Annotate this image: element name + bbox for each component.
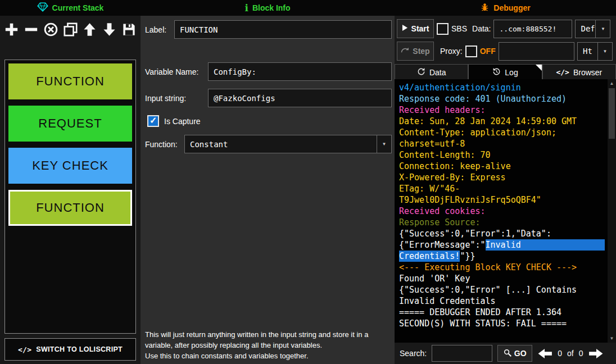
data-input[interactable] xyxy=(493,20,572,38)
tab-browser[interactable]: </> Browser xyxy=(542,64,616,80)
current-stack-header: Current Stack xyxy=(0,0,141,16)
switch-button-label: SWITCH TO LOLISCRIPT xyxy=(36,345,123,353)
save-config-button[interactable] xyxy=(119,17,138,41)
start-button-label: Start xyxy=(411,24,429,33)
next-result-button[interactable] xyxy=(588,348,604,360)
log-line: Credentials!"}} xyxy=(399,251,605,262)
tab-log[interactable]: Log xyxy=(468,64,542,80)
stack-block-function[interactable]: FUNCTION xyxy=(8,63,132,99)
previous-result-button[interactable] xyxy=(537,348,552,360)
tab-data[interactable]: Data xyxy=(395,64,468,80)
clone-block-button[interactable] xyxy=(61,17,80,41)
debugger-title: Debugger xyxy=(493,3,530,12)
tab-browser-label: Browser xyxy=(573,68,602,77)
remove-block-button[interactable] xyxy=(22,17,41,41)
variable-name-input[interactable] xyxy=(208,62,392,81)
log-line: T9Jwel0DjFLRvzniJsFrq5oQBF4" xyxy=(399,194,605,206)
arrow-up-icon xyxy=(82,22,97,37)
label-field-input[interactable] xyxy=(174,20,392,39)
stack-gem-icon xyxy=(37,2,48,13)
step-button[interactable]: Step xyxy=(397,42,434,61)
search-label: Search: xyxy=(400,349,427,358)
log-scrollbar[interactable]: ▲ ▼ xyxy=(608,79,616,343)
chevron-down-icon: ▼ xyxy=(595,20,610,38)
search-input[interactable] xyxy=(432,345,492,362)
log-line: Connection: keep-alive xyxy=(399,161,605,172)
minus-icon xyxy=(24,22,39,37)
log-line: Date: Sun, 28 Jan 2024 14:59:00 GMT xyxy=(399,116,605,127)
wordlist-type-value: Def xyxy=(576,20,595,38)
proxy-type-value: Ht xyxy=(578,43,597,60)
is-capture-label: Is Capture xyxy=(164,117,201,126)
arrow-down-icon xyxy=(102,22,117,37)
switch-to-loliscript-button[interactable]: </> SWITCH TO LOLISCRIPT xyxy=(4,338,136,361)
log-line: X-Powered-By: Express xyxy=(399,172,605,183)
log-line: v4/authentication/signin xyxy=(399,82,605,93)
debugger-tabs: Data Log </> Browser xyxy=(395,64,616,80)
tab-data-label: Data xyxy=(429,68,446,77)
scrollbar-thumb[interactable] xyxy=(609,88,615,139)
variable-name-label: Variable Name: xyxy=(145,67,208,76)
chevron-down-icon: ▼ xyxy=(597,43,612,60)
stack-block-function[interactable]: FUNCTION xyxy=(8,190,132,226)
wordlist-type-dropdown[interactable]: Def ▼ xyxy=(575,20,610,38)
block-description-line: Use this to chain constants and variable… xyxy=(145,351,392,361)
code-icon: </> xyxy=(18,345,31,354)
label-field-label: Label: xyxy=(145,25,174,34)
bug-icon xyxy=(480,2,490,13)
proxy-type-dropdown[interactable]: Ht ▼ xyxy=(577,42,613,61)
function-dropdown-value: Constant xyxy=(185,135,377,153)
save-icon xyxy=(121,22,137,37)
scroll-down-arrow-icon[interactable]: ▼ xyxy=(608,334,616,343)
stack-block-key-check[interactable]: KEY CHECK xyxy=(8,148,132,184)
step-icon xyxy=(401,47,409,56)
move-block-up-button[interactable] xyxy=(80,17,99,41)
proxy-status: OFF xyxy=(480,47,496,56)
log-line: ETag: W/"46- xyxy=(399,183,605,194)
debugger-panel: Start SBS Data: Def ▼ Step Proxy: OFF Ht… xyxy=(395,16,616,364)
stack-column: FUNCTIONREQUESTKEY CHECKFUNCTION </> SWI… xyxy=(0,16,141,364)
search-icon xyxy=(504,349,511,358)
move-block-down-button[interactable] xyxy=(100,17,119,41)
stack-list: FUNCTIONREQUESTKEY CHECKFUNCTION xyxy=(8,63,132,226)
search-result-current: 0 xyxy=(558,349,562,358)
start-button[interactable]: Start xyxy=(397,19,434,38)
log-line: Received headers: xyxy=(399,104,605,116)
function-label: Function: xyxy=(145,140,184,149)
log-line: Response code: 401 (Unauthorized) xyxy=(399,93,605,104)
add-block-button[interactable] xyxy=(2,17,21,41)
block-info-title: Block Info xyxy=(252,3,291,12)
function-dropdown[interactable]: Constant ▼ xyxy=(184,135,392,153)
log-line: Invalid Credentials xyxy=(399,295,605,307)
block-description-line: This will just return anything written i… xyxy=(145,329,392,351)
tab-log-label: Log xyxy=(505,68,518,77)
clear-stack-button[interactable] xyxy=(41,17,60,41)
debugger-log[interactable]: v4/authentication/signinResponse code: 4… xyxy=(395,79,616,343)
code-icon: </> xyxy=(556,68,569,76)
sbs-checkbox[interactable] xyxy=(437,23,449,35)
input-string-input[interactable] xyxy=(208,89,392,107)
proxy-label: Proxy: xyxy=(440,47,463,56)
proxy-checkbox[interactable] xyxy=(465,46,477,57)
remove-circle-icon xyxy=(43,22,58,37)
search-go-label: GO xyxy=(514,349,527,358)
scroll-up-arrow-icon[interactable]: ▲ xyxy=(608,79,616,88)
log-search-bar: Search: GO 0 of 0 xyxy=(395,343,616,364)
info-icon: i xyxy=(244,3,248,13)
play-icon xyxy=(402,24,408,33)
data-label: Data: xyxy=(472,24,491,33)
search-go-button[interactable]: GO xyxy=(497,345,532,362)
search-result-total: 0 xyxy=(579,349,583,358)
log-line: Found 'OR' Key xyxy=(399,273,605,284)
stack-block-request[interactable]: REQUEST xyxy=(8,106,132,142)
search-result-of: of xyxy=(567,349,574,358)
log-line: {"Success":0,"Error" [...] Contains xyxy=(399,284,605,295)
log-line: charset=utf-8 xyxy=(399,138,605,149)
app-header: Current Stack i Block Info Debugger xyxy=(0,0,616,16)
history-icon xyxy=(492,67,501,78)
current-stack-title: Current Stack xyxy=(52,3,104,12)
proxy-input[interactable] xyxy=(499,42,574,61)
log-line: Content-Type: application/json; xyxy=(399,127,605,138)
refresh-icon xyxy=(417,67,425,78)
is-capture-checkbox[interactable] xyxy=(147,115,159,127)
